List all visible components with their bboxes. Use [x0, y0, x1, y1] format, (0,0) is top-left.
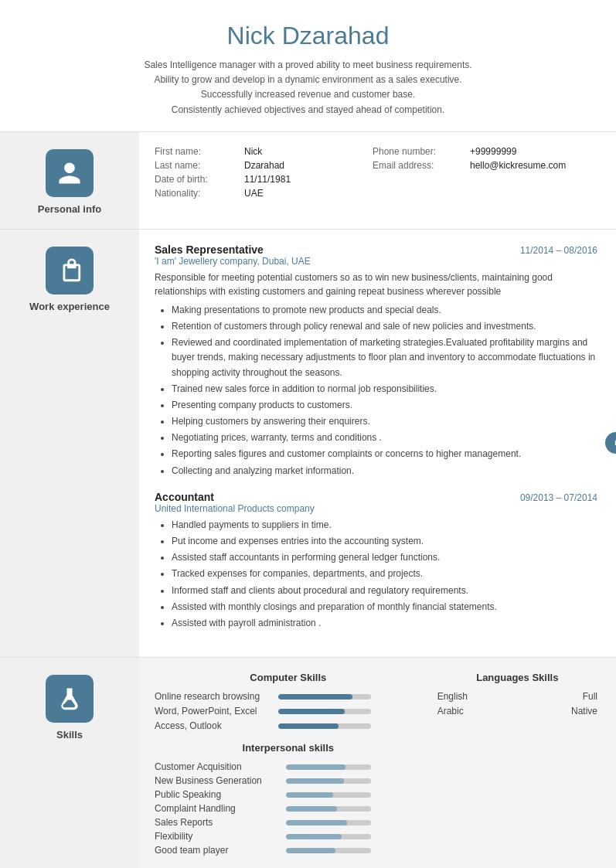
job-title-1: Sales Representative	[155, 243, 264, 256]
nav-arrow[interactable]	[605, 432, 616, 454]
pi-label-nationality: Nationality:	[155, 188, 240, 199]
is-bar-bg-7	[286, 848, 371, 853]
is-bar-fill-2	[286, 778, 344, 784]
interp-row-7: Good team player	[155, 845, 422, 856]
pi-value-nationality: UAE	[244, 188, 368, 199]
is-bar-bg-1	[286, 764, 371, 770]
header-summary: Sales Intelligence manager with a proved…	[46, 58, 570, 117]
job-company-2: United International Products company	[155, 503, 597, 514]
lang-name-2: Arabic	[437, 706, 464, 717]
computer-skills-title: Computer Skills	[155, 672, 422, 683]
summary-line-2: Ability to grow and develop in a dynamic…	[46, 73, 570, 87]
is-bar-fill-4	[286, 806, 337, 812]
work-experience-label: Work experience	[29, 301, 110, 312]
work-experience-content: Sales Representative 11/2014 – 08/2016 '…	[139, 230, 616, 657]
personal-info-icon-box	[46, 149, 94, 197]
job-bullets-2: Handled payments to suppliers in time. P…	[155, 518, 597, 631]
candidate-name: Nick Dzarahad	[46, 22, 570, 50]
bullet-2-2: Put income and expenses entries into the…	[172, 534, 597, 549]
cs-bar-fill-1	[278, 694, 352, 700]
is-name-2: New Business Generation	[155, 775, 286, 786]
computer-skill-row-1: Online research browsing	[155, 691, 422, 702]
is-bar-bg-2	[286, 778, 371, 784]
summary-line-4: Consistently achieved objectives and sta…	[46, 103, 570, 117]
bullet-1-2: Retention of customers through policy re…	[172, 319, 597, 334]
bullet-1-8: Reporting sales figures and customer com…	[172, 447, 597, 461]
is-name-6: Flexibility	[155, 831, 286, 842]
interp-row-4: Complaint Handling	[155, 803, 422, 814]
skills-section: Skills Computer Skills Online research b…	[0, 657, 616, 868]
pi-label-phone: Phone number:	[373, 146, 465, 157]
summary-line-1: Sales Intelligence manager with a proved…	[46, 58, 570, 73]
personal-info-label: Personal info	[38, 203, 101, 215]
lang-level-1: Full	[583, 691, 597, 702]
bullet-2-3: Assisted staff accountants in performing…	[172, 550, 597, 565]
computer-skill-row-2: Word, PowerPoint, Excel	[155, 706, 422, 717]
cs-bar-bg-2	[278, 709, 371, 714]
cs-bar-fill-2	[278, 709, 345, 714]
header-section: Nick Dzarahad Sales Intelligence manager…	[0, 0, 616, 131]
skills-icon-box	[46, 675, 94, 723]
skills-col-right: Languages Skills English Full Arabic Nat…	[422, 672, 597, 859]
bullet-1-5: Presenting company products to customers…	[172, 398, 597, 413]
pi-label-lastname: Last name:	[155, 160, 240, 171]
is-name-7: Good team player	[155, 845, 286, 856]
cs-name-1: Online research browsing	[155, 691, 278, 702]
cs-bar-bg-3	[278, 723, 371, 729]
cs-bar-fill-3	[278, 723, 339, 729]
skills-columns: Computer Skills Online research browsing…	[155, 672, 597, 859]
interp-row-6: Flexibility	[155, 831, 422, 842]
is-bar-fill-1	[286, 764, 345, 770]
lang-name-1: English	[437, 691, 468, 702]
skills-col-left: Computer Skills Online research browsing…	[155, 672, 422, 859]
is-bar-bg-3	[286, 792, 371, 798]
skills-sidebar: Skills	[0, 658, 139, 868]
flask-icon	[56, 686, 83, 712]
bullet-1-3: Reviewed and coordinated implementation …	[172, 335, 597, 380]
briefcase-icon	[56, 257, 83, 284]
person-icon	[56, 160, 83, 186]
is-name-1: Customer Acquisition	[155, 761, 286, 772]
pi-label-email: Email address:	[373, 160, 465, 171]
lang-level-2: Native	[571, 706, 597, 717]
computer-skill-row-3: Access, Outlook	[155, 720, 422, 731]
resume-wrapper: Nick Dzarahad Sales Intelligence manager…	[0, 0, 616, 868]
pi-value-email: hello@kickresume.com	[470, 160, 597, 171]
interpersonal-skills-title: Interpersonal skills	[155, 742, 422, 754]
bullet-1-1: Making presentations to promote new prod…	[172, 303, 597, 318]
work-experience-sidebar: Work experience	[0, 230, 139, 657]
language-skills-title: Languages Skills	[437, 672, 597, 683]
pi-value-firstname: Nick	[244, 146, 368, 157]
pi-value-phone: +99999999	[470, 146, 597, 157]
bullet-2-6: Assisted with monthly closings and prepa…	[172, 600, 597, 614]
personal-info-sidebar: Personal info	[0, 132, 139, 229]
bullet-1-7: Negotiating prices, warranty, terms and …	[172, 431, 597, 445]
interp-row-2: New Business Generation	[155, 775, 422, 786]
is-bar-bg-4	[286, 806, 371, 812]
work-experience-section: Work experience Sales Representative 11/…	[0, 229, 616, 657]
bullet-2-4: Tracked expenses for companies, departme…	[172, 567, 597, 581]
is-bar-fill-5	[286, 820, 347, 825]
job-dates-1: 11/2014 – 08/2016	[520, 245, 597, 256]
bullet-1-6: Helping customers by answering their enq…	[172, 414, 597, 429]
bullet-2-5: Informed staff and clients about procedu…	[172, 584, 597, 598]
interp-row-5: Sales Reports	[155, 817, 422, 828]
cs-name-2: Word, PowerPoint, Excel	[155, 706, 278, 717]
is-name-5: Sales Reports	[155, 817, 286, 828]
bullet-1-4: Trained new sales force in addition to n…	[172, 382, 597, 397]
job-title-2: Accountant	[155, 491, 214, 503]
chevron-right-icon	[611, 437, 616, 448]
is-bar-bg-5	[286, 820, 371, 825]
job-header-2: Accountant 09/2013 – 07/2014	[155, 491, 597, 503]
work-experience-icon-box	[46, 247, 94, 294]
bullet-2-1: Handled payments to suppliers in time.	[172, 518, 597, 533]
is-name-4: Complaint Handling	[155, 803, 286, 814]
personal-info-section: Personal info First name: Nick Phone num…	[0, 131, 616, 229]
personal-info-content: First name: Nick Phone number: +99999999…	[139, 132, 616, 229]
job-company-1: 'I am' Jewellery company, Dubai, UAE	[155, 256, 597, 267]
pi-value-dob: 11/11/1981	[244, 174, 368, 185]
cs-bar-bg-1	[278, 694, 371, 700]
lang-row-2: Arabic Native	[437, 706, 597, 717]
pi-label-dob: Date of birth:	[155, 174, 240, 185]
job-desc-1: Responsible for meeting potential custom…	[155, 271, 597, 298]
